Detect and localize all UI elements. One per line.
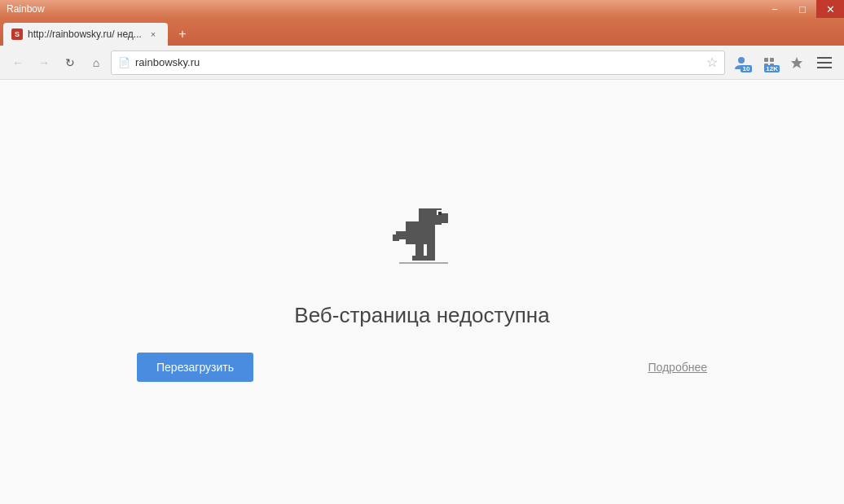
titlebar-left: Rainbow [7,3,45,15]
svg-rect-8 [817,67,832,68]
menu-button[interactable] [811,50,837,76]
tab-label: http://rainbowsky.ru/ нед... [28,28,142,40]
back-button[interactable]: ← [7,51,29,74]
tab-close-button[interactable]: × [147,28,160,41]
svg-marker-5 [791,57,802,68]
button-row: Перезагрузить Подробнее [137,353,707,382]
active-tab[interactable]: S http://rainbowsky.ru/ нед... × [3,23,168,46]
home-button[interactable]: ⌂ [85,51,108,74]
svg-rect-9 [406,221,435,244]
address-lock-icon: 📄 [118,57,130,68]
extra-icon-button[interactable] [784,50,810,76]
svg-rect-19 [412,256,424,261]
titlebar-controls: − □ ✕ [761,0,844,18]
svg-rect-18 [427,244,435,257]
svg-rect-14 [425,234,432,239]
error-title: Веб-страница недоступна [294,303,549,328]
svg-rect-16 [393,234,399,241]
star-icon [789,55,805,71]
profile-badge: 10 [741,65,752,72]
svg-rect-1 [764,58,768,62]
page-content: Веб-страница недоступна Перезагрузить По… [0,80,844,504]
address-bar[interactable]: 📄 ☆ [111,50,725,75]
svg-rect-17 [415,244,424,257]
reload-button[interactable]: ↻ [59,51,81,74]
tab-favicon: S [11,28,23,40]
svg-rect-20 [424,256,435,261]
new-tab-button[interactable]: + [171,24,194,44]
bookmark-star-icon[interactable]: ☆ [706,55,718,70]
close-button[interactable]: ✕ [816,0,844,18]
tabbar: S http://rainbowsky.ru/ нед... × + [0,18,844,46]
maximize-button[interactable]: □ [789,0,816,18]
extension-icon-button[interactable]: 12K [756,50,782,76]
minimize-button[interactable]: − [761,0,789,18]
navbar: ← → ↻ ⌂ 📄 ☆ 10 12K [0,46,844,80]
titlebar: Rainbow − □ ✕ [0,0,844,18]
forward-button[interactable]: → [33,51,55,74]
address-input[interactable] [135,56,701,68]
reload-page-button[interactable]: Перезагрузить [137,353,253,382]
titlebar-title: Rainbow [7,3,45,15]
extension-badge: 12K [764,65,780,72]
profile-icon-button[interactable]: 10 [728,50,754,76]
dino-container [389,202,455,278]
svg-point-0 [738,57,745,64]
hamburger-icon [817,57,832,68]
toolbar-icons: 10 12K [728,50,837,76]
svg-rect-7 [817,62,832,64]
dino-image [389,202,455,275]
svg-rect-13 [438,212,442,215]
details-link[interactable]: Подробнее [648,361,707,374]
svg-rect-21 [399,262,448,264]
svg-rect-2 [770,58,774,62]
svg-rect-6 [817,57,832,59]
